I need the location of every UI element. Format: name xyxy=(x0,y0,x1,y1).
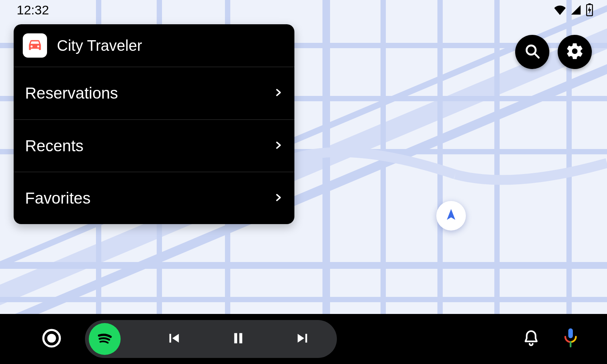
app-badge xyxy=(23,33,47,58)
media-app-button[interactable] xyxy=(89,323,121,355)
launcher-button[interactable] xyxy=(38,325,65,353)
navigation-arrow-icon xyxy=(444,208,458,224)
skip-previous-icon xyxy=(165,329,182,348)
chevron-right-icon xyxy=(273,85,283,102)
svg-rect-2 xyxy=(588,3,591,5)
menu-item-reservations[interactable]: Reservations xyxy=(14,67,294,119)
media-pill xyxy=(85,320,337,358)
notifications-button[interactable] xyxy=(517,325,545,353)
skip-next-icon xyxy=(294,329,311,348)
app-title: City Traveler xyxy=(57,37,142,54)
svg-rect-7 xyxy=(568,328,573,338)
bottom-bar xyxy=(0,314,607,364)
settings-button[interactable] xyxy=(558,35,592,69)
notifications-icon xyxy=(522,329,541,349)
spotify-icon xyxy=(93,327,116,351)
media-pause-button[interactable] xyxy=(227,328,250,350)
current-location-puck[interactable] xyxy=(436,201,466,231)
menu-item-label: Favorites xyxy=(25,189,91,207)
chevron-right-icon xyxy=(273,138,283,154)
gear-icon xyxy=(565,42,584,62)
map-action-buttons xyxy=(515,35,592,69)
panel-header: City Traveler xyxy=(14,24,294,67)
menu-item-recents[interactable]: Recents xyxy=(14,119,294,172)
side-panel: City Traveler Reservations Recents Favor… xyxy=(14,24,294,224)
status-time: 12:32 xyxy=(17,3,49,17)
status-bar: 12:32 xyxy=(0,0,607,20)
svg-point-6 xyxy=(47,334,56,342)
panel-list: Reservations Recents Favorites xyxy=(14,67,294,224)
assistant-button[interactable] xyxy=(557,325,584,353)
search-icon xyxy=(523,42,541,62)
launcher-icon xyxy=(41,327,63,351)
menu-item-label: Recents xyxy=(25,137,83,155)
car-icon xyxy=(27,37,43,54)
search-button[interactable] xyxy=(515,35,549,69)
chevron-right-icon xyxy=(273,190,283,207)
media-previous-button[interactable] xyxy=(162,328,185,350)
battery-charging-icon xyxy=(586,3,593,16)
assistant-mic-icon xyxy=(561,327,580,351)
pause-icon xyxy=(230,329,247,348)
svg-line-4 xyxy=(535,53,539,58)
menu-item-favorites[interactable]: Favorites xyxy=(14,172,294,224)
wifi-icon xyxy=(554,4,566,16)
media-next-button[interactable] xyxy=(291,328,314,350)
menu-item-label: Reservations xyxy=(25,84,118,102)
cell-signal-icon xyxy=(570,4,582,16)
status-indicators xyxy=(554,3,593,16)
